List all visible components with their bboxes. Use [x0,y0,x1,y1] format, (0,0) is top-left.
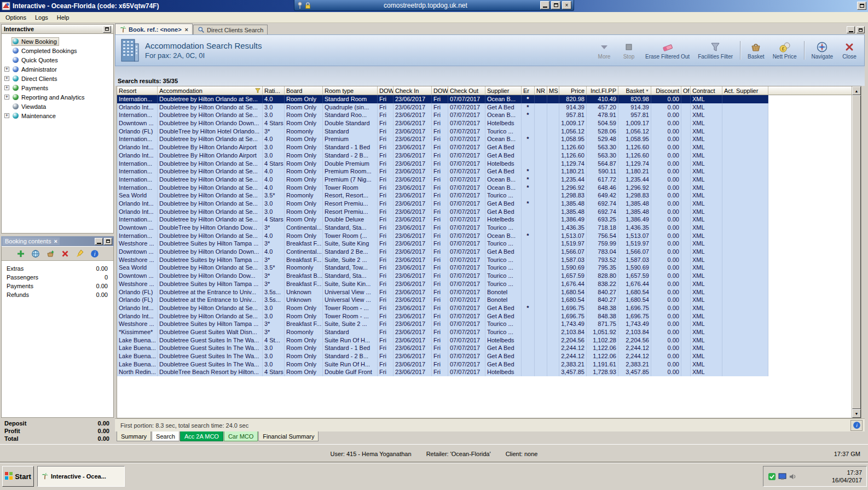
table-row[interactable]: Downtown ...DoubleTree by Hilton Orlando… [117,224,768,232]
column-header-incl-fl-pp[interactable]: Incl.Fl.PP [587,86,618,95]
column-header-contract[interactable]: Contract [691,86,722,95]
scroll-up-button[interactable]: ▲ [852,86,861,95]
column-header-board[interactable]: Board [285,86,323,95]
column-header-dow[interactable]: DOW [432,86,448,95]
table-row[interactable]: Internation...Doubletree by Hilton Orlan… [117,215,768,224]
vertical-scrollbar[interactable]: ▲ ▼ [852,86,861,418]
column-header-of[interactable]: Of [681,86,691,95]
table-row[interactable]: Sea WorldDoubletree by Hilton Orlando at… [117,191,768,200]
column-header-basket[interactable]: Basket▼ [618,86,651,95]
table-row[interactable]: Westshore ...Doubletree Suites by Hilton… [117,256,768,264]
column-header-price[interactable]: Price [559,86,587,95]
sidebar-item-maintenance[interactable]: +Maintenance [2,111,113,120]
column-header-room-type[interactable]: Room type [323,86,378,95]
menu-item-logs[interactable]: Logs [31,13,53,22]
booking-row-payments[interactable]: Payments0.00 [2,282,113,290]
bottom-tab-search[interactable]: Search [152,431,180,441]
column-header-act-supplier[interactable]: Act. Supplier [722,86,768,95]
table-row[interactable]: Westshore ...Doubletree Suites by Hilton… [117,280,768,288]
booking-contents-close-icon[interactable]: × [54,238,57,244]
column-header-check-in[interactable]: Check In [394,86,432,95]
tray-display-icon[interactable] [778,472,786,481]
menu-item-help[interactable]: Help [53,13,74,22]
delete-icon[interactable] [60,249,70,259]
table-row[interactable]: Internation...Doubletree by Hilton Orlan… [117,135,768,143]
toolbar-basket[interactable]: Basket [745,40,767,60]
bottom-tab-summary[interactable]: Summary [117,431,151,441]
expand-icon[interactable]: + [4,67,9,72]
expand-icon[interactable]: + [4,76,9,81]
expand-icon[interactable]: + [4,85,9,90]
menu-item-options[interactable]: Options [1,13,31,22]
column-header-accommodation[interactable]: Accommodation [158,86,263,95]
info-icon[interactable]: i [90,249,100,259]
sidebar-item-reporting-and-analytics[interactable]: +Reporting and Analytics [2,92,113,102]
table-row[interactable]: Lake Buena...Doubletree Guest Suites In … [117,336,768,345]
tab-book-ref-none[interactable]: Book. ref.: <none>× [115,24,193,34]
column-header-supplier[interactable]: Supplier [485,86,522,95]
table-row[interactable]: Orlando Int...Doubletree By Hilton Orlan… [117,143,768,151]
toolbar-nett-price[interactable]: £Nett Price [771,40,799,60]
bottom-tab-car-mco[interactable]: Car MCO [224,431,258,441]
table-row[interactable]: Orlando Int...Doubletree by Hilton Orlan… [117,200,768,208]
table-row[interactable]: Orlando (FL)Doubletree at the Entrance t… [117,288,768,296]
table-row[interactable]: Orlando Int...Doubletree by Hilton Orlan… [117,304,768,312]
table-row[interactable]: Orlando Int...Doubletree by Hilton Orlan… [117,208,768,216]
mdi-minimize-button[interactable] [847,26,855,33]
filter-funnel-icon[interactable] [254,88,261,94]
booking-row-refunds[interactable]: Refunds0.00 [2,290,113,299]
toolbar-stop[interactable]: Stop [618,40,639,60]
column-header-nr[interactable]: NR [535,86,547,95]
toolbar-erase-filtered-out[interactable]: Erase Filtered Out [643,40,692,60]
tray-volume-icon[interactable] [789,472,797,481]
toolbar-facilities-filter[interactable]: Facilities Filter [696,40,735,60]
info-button[interactable]: i [850,420,863,431]
column-header-dow[interactable]: DOW [378,86,394,95]
sidebar-collapse-button[interactable] [103,26,111,33]
table-row[interactable]: Orlando Int...Doubletree By Hilton Orlan… [117,151,768,160]
taskbar-task-button[interactable]: Interactive - Ocea... [37,466,125,487]
column-header-check-out[interactable]: Check Out [448,86,485,95]
booking-row-extras[interactable]: Extras0.00 [2,264,113,273]
scrollbar-thumb[interactable] [852,95,861,409]
table-row[interactable]: Lake Buena...Doubletree Guest Suites In … [117,352,768,360]
table-row[interactable]: Downtown ...Doubletree by Hilton Orlando… [117,248,768,256]
expand-icon[interactable]: + [4,95,9,100]
scroll-down-button[interactable]: ▼ [852,409,861,418]
table-row[interactable]: Internation...Doubletree by Hilton Orlan… [117,184,768,192]
column-header-ms[interactable]: MS [547,86,559,95]
table-row[interactable]: Westshore ...Doubletree Suites by Hilton… [117,240,768,248]
sidebar-item-completed-bookings[interactable]: Completed Bookings [2,46,113,55]
add-icon[interactable] [16,249,26,259]
table-row[interactable]: Internation...Doubletree by Hilton Orlan… [117,167,768,176]
booking-contents-tab[interactable]: Booking contents × [3,237,60,245]
table-row[interactable]: North Redin...DoubleTree Beach Resort by… [117,368,768,376]
sidebar-item-payments[interactable]: +Payments [2,83,113,92]
globe-icon[interactable] [31,249,40,259]
rdp-close-button[interactable]: × [562,1,571,9]
bottom-tab-acc-2a-mco[interactable]: Acc 2A MCO [180,431,223,441]
column-header-er[interactable]: Er [522,86,535,95]
toolbar-navigate[interactable]: Navigate [809,40,835,60]
rdp-minimize-button[interactable] [540,1,549,9]
expand-icon[interactable]: + [4,113,9,118]
table-row[interactable]: Orlando Int...Doubletree by Hilton Orlan… [117,103,768,112]
toolbar-close[interactable]: Close [839,40,860,60]
mdi-restore-button[interactable] [857,26,865,33]
column-header-rati[interactable]: Rati... [263,86,285,95]
bottom-tab-financial-summary[interactable]: Financial Summary [258,431,319,441]
table-row[interactable]: Internation...Doubletree by Hilton Orlan… [117,232,768,240]
table-row[interactable]: Internation...Doubletree by Hilton Orlan… [117,111,768,119]
table-row[interactable]: Orlando (FL)Doubletree at the Entrance t… [117,296,768,304]
column-header-resort[interactable]: Resort [117,86,158,95]
table-row[interactable]: Lake Buena...Doubletree Guest Suites In … [117,344,768,352]
table-row[interactable]: *Kissimmee*Doubletree Guest Suites Walt … [117,328,768,336]
table-row[interactable]: Internation...Doubletree by Hilton Orlan… [117,160,768,168]
table-row[interactable]: Orlando (FL)DoubleTree by Hilton Hotel O… [117,127,768,136]
sidebar-item-viewdata[interactable]: Viewdata [2,102,113,111]
window-restore-button[interactable] [857,2,866,10]
table-row[interactable]: Downtown ...Doubletree by Hilton Orlando… [117,119,768,127]
table-row[interactable]: Sea WorldDoubletree by Hilton Orlando at… [117,264,768,272]
booking-contents-minimize-button[interactable] [95,238,103,245]
tab-close-icon[interactable]: × [185,26,188,33]
